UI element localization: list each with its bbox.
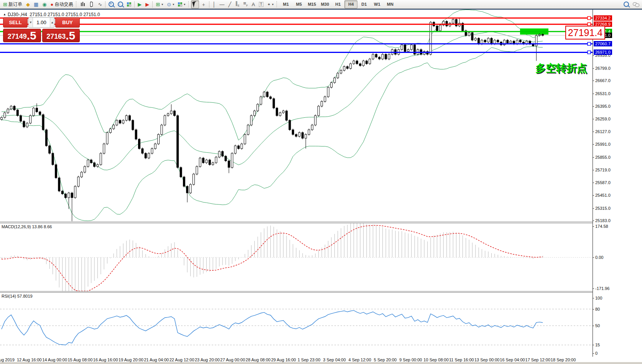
price-tick: 26799.0 [595, 66, 611, 71]
timeframe-h4-button[interactable]: H4 [344, 0, 357, 8]
sell-price-box[interactable]: 27149.5 [3, 29, 41, 42]
toolbar-grip [76, 1, 77, 7]
toolbar-grip [188, 1, 190, 7]
auto-scroll-button[interactable]: ▶ [136, 0, 143, 8]
buy-button[interactable]: BUY [55, 17, 80, 28]
macd-chart[interactable] [0, 223, 593, 291]
text-label-icon: T [259, 2, 263, 7]
chart-shift-button[interactable]: ▶ [143, 0, 151, 8]
macd-panel[interactable]: MACD(12,26,9) 13.86 8.66 [0, 223, 593, 291]
toolbar-separator [152, 1, 153, 8]
time-axis-label: 15 Aug 08:00 [67, 357, 92, 362]
collapse-arrow-icon: ▲ [3, 13, 6, 16]
time-axis-label: 1 Sep 23:00 [298, 357, 320, 362]
price-chart-panel[interactable]: ▲DJ30-,H4 27151.0 27151.0 27151.0 27151.… [0, 10, 593, 222]
rsi-label: RSI(14) 57.8019 [2, 294, 33, 298]
symbol-timeframe-label: DJ30-,H4 [8, 12, 27, 17]
trend-line-tool-button[interactable]: ╱ [226, 0, 233, 8]
sell-button[interactable]: SELL [3, 17, 28, 28]
time-axis-label: 11 Sep 16:00 [449, 357, 474, 362]
candlestick-chart-button[interactable] [87, 0, 96, 8]
vertical-line-tool-button[interactable]: │ [211, 0, 217, 8]
time-axis-label: 29 Aug 16:00 [271, 357, 296, 362]
horizontal-line-icon: — [219, 2, 224, 7]
rsi-panel[interactable]: RSI(14) 57.8019 [0, 293, 593, 357]
time-axis-label: 16 Aug 16:00 [93, 357, 118, 362]
arrow-tools-button[interactable]: ✦▾ [265, 0, 275, 8]
periods-clock-icon: ⊙ [167, 2, 171, 7]
cursor-tool-button[interactable] [191, 0, 199, 8]
line-chart-button[interactable]: ∿ [96, 0, 104, 8]
chat-button[interactable] [631, 0, 641, 8]
periods-button[interactable]: ⊙▾ [165, 0, 176, 8]
new-chart-button[interactable]: ⊞▾ [154, 0, 165, 8]
macd-label: MACD(12,26,9) 13.86 8.66 [2, 224, 52, 229]
zoom-in-icon: + [109, 2, 114, 7]
navigator-button[interactable]: ◉ [40, 0, 48, 8]
autotrading-icon: ● [51, 2, 54, 7]
macd-axis-label: 174.58 [595, 224, 608, 229]
profiles-button[interactable]: ◆ [24, 0, 32, 8]
time-axis-label: 9 Sep 00:00 [399, 357, 422, 362]
time-axis-label: 28 Aug 08:00 [246, 357, 271, 362]
price-tick: 25183.0 [595, 218, 611, 223]
timeframe-mn-button[interactable]: MN [384, 0, 397, 8]
crosshair-icon: ＋ [201, 2, 206, 7]
market-watch-button[interactable]: ▦ [32, 0, 40, 8]
price-callout-label[interactable]: 27191.4 [565, 26, 605, 40]
autotrading-label: 自动交易 [54, 1, 73, 8]
tile-windows-button[interactable] [125, 0, 133, 8]
zoom-out-button[interactable]: - [116, 0, 125, 8]
autotrading-button[interactable]: ● 自动交易 [49, 0, 75, 8]
time-axis-label: 22 Aug 12:00 [170, 357, 194, 362]
toolbar-separator [105, 1, 105, 8]
text-tool-button[interactable]: A [250, 0, 257, 8]
chat-icon [633, 2, 639, 7]
sell-price-frac: .5 [27, 30, 36, 41]
price-level-tag: 27060.7 [594, 41, 612, 46]
auto-scroll-icon: ▶ [138, 2, 142, 7]
equidistant-channel-tool-button[interactable]: ∥E [233, 0, 241, 8]
bar-chart-button[interactable] [79, 0, 87, 8]
price-axis[interactable]: 26935.026799.026667.026531.026395.026259… [593, 10, 642, 357]
buy-price-box[interactable]: 27163.5 [42, 29, 80, 42]
cursor-icon [193, 1, 198, 7]
timeframe-m15-button[interactable]: M15 [305, 0, 318, 8]
timeframe-w1-button[interactable]: W1 [370, 0, 384, 8]
vertical-line-icon: │ [212, 2, 216, 7]
bar-chart-icon [81, 2, 85, 7]
horizontal-line-tool-button[interactable]: — [217, 0, 226, 8]
macd-axis-label: 0.00 [595, 255, 603, 260]
indicators-button[interactable]: ▾ [176, 0, 187, 8]
new-order-button[interactable]: ⊞ 新订单 [1, 0, 24, 8]
toolbar-grip [277, 1, 278, 7]
turning-point-annotation[interactable]: 多空转折点 [535, 61, 587, 75]
time-axis[interactable]: 9 Aug 201912 Aug 16:0014 Aug 00:0015 Aug… [0, 357, 642, 362]
fibonacci-tool-button[interactable]: ≡F [241, 0, 250, 8]
price-level-tag: 26971.0 [594, 49, 612, 55]
price-tick: 25451.0 [595, 193, 611, 198]
volume-decrease-button[interactable]: ▼ [29, 18, 33, 27]
equidistant-channel-icon: ∥E [235, 1, 239, 8]
time-axis-label: 3 Sep 04:00 [323, 357, 346, 362]
rsi-chart[interactable] [0, 293, 593, 357]
time-axis-label: 23 Aug 20:00 [195, 357, 220, 362]
zoom-in-button[interactable]: + [107, 0, 116, 8]
timeframe-m30-button[interactable]: M30 [318, 0, 331, 8]
timeframe-m1-button[interactable]: M1 [279, 0, 292, 8]
rsi-axis-label: 80 [595, 307, 600, 311]
timeframe-m5-button[interactable]: M5 [292, 0, 305, 8]
timeframe-d1-button[interactable]: D1 [357, 0, 370, 8]
text-icon: A [252, 2, 255, 7]
volume-increase-button[interactable]: ▲ [50, 18, 54, 27]
price-level-tag: 27334.2 [594, 15, 612, 21]
timeframe-h1-button[interactable]: H1 [331, 0, 344, 8]
volume-input[interactable] [33, 18, 50, 27]
search-button[interactable] [622, 0, 631, 8]
time-axis-label: 4 Sep 12:00 [349, 357, 371, 362]
candlestick-chart[interactable] [0, 10, 593, 222]
time-axis-label: 14 Aug 00:00 [42, 357, 67, 362]
text-label-tool-button[interactable]: T [257, 0, 265, 8]
crosshair-tool-button[interactable]: ＋ [199, 0, 208, 8]
chart-symbol-header: ▲DJ30-,H4 27151.0 27151.0 27151.0 27151.… [3, 12, 100, 17]
